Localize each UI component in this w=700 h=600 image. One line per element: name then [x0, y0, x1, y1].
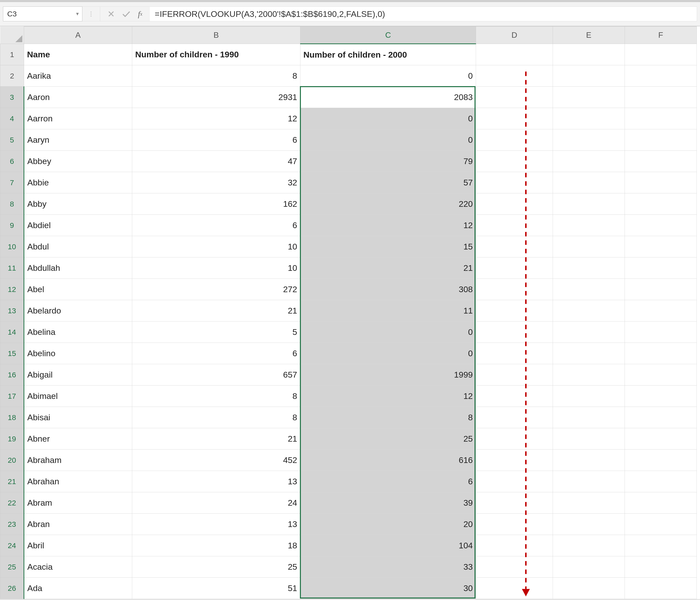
col-header-C[interactable]: C [300, 27, 476, 44]
cell-A5[interactable]: Aaryn [24, 129, 132, 151]
cell-D19[interactable] [476, 428, 553, 450]
cell-B10[interactable]: 10 [132, 236, 300, 258]
cell-F10[interactable] [625, 236, 697, 258]
cell-E6[interactable] [553, 151, 625, 172]
cell-C24[interactable]: 104 [300, 535, 476, 556]
cell-C13[interactable]: 11 [300, 300, 476, 321]
cell-C9[interactable]: 12 [300, 215, 476, 236]
cell-E19[interactable] [553, 428, 625, 450]
cell-C23[interactable]: 20 [300, 513, 476, 535]
cell-B26[interactable]: 51 [132, 578, 300, 599]
cell-A3[interactable]: Aaron [24, 87, 132, 108]
cell-B21[interactable]: 13 [132, 471, 300, 492]
row-header-4[interactable]: 4 [0, 108, 24, 129]
cell-E5[interactable] [553, 129, 625, 151]
cell-C14[interactable]: 0 [300, 321, 476, 343]
cell-B24[interactable]: 18 [132, 535, 300, 556]
cell-D6[interactable] [476, 151, 553, 172]
row-header-24[interactable]: 24 [0, 535, 24, 556]
cell-F8[interactable] [625, 193, 697, 215]
cell-A15[interactable]: Abelino [24, 343, 132, 364]
cell-B20[interactable]: 452 [132, 450, 300, 471]
cell-C16[interactable]: 1999 [300, 364, 476, 385]
cell-F16[interactable] [625, 364, 697, 385]
cell-E9[interactable] [553, 215, 625, 236]
cell-B4[interactable]: 12 [132, 108, 300, 129]
spreadsheet-grid[interactable]: ABCDEF 1NameNumber of children - 1990Num… [0, 26, 700, 599]
cell-B11[interactable]: 10 [132, 258, 300, 279]
col-header-B[interactable]: B [132, 27, 300, 44]
cell-E8[interactable] [553, 193, 625, 215]
cell-E24[interactable] [553, 535, 625, 556]
col-header-E[interactable]: E [553, 27, 625, 44]
cell-C8[interactable]: 220 [300, 193, 476, 215]
row-header-11[interactable]: 11 [0, 258, 24, 279]
cell-E25[interactable] [553, 556, 625, 578]
name-box[interactable]: C3 ▼ [3, 6, 82, 21]
cell-A25[interactable]: Acacia [24, 556, 132, 578]
cell-D7[interactable] [476, 172, 553, 193]
fx-icon[interactable]: fx [138, 9, 142, 19]
row-header-18[interactable]: 18 [0, 407, 24, 428]
cell-A23[interactable]: Abran [24, 513, 132, 535]
row-header-25[interactable]: 25 [0, 556, 24, 578]
cell-E1[interactable] [553, 44, 625, 65]
cell-F4[interactable] [625, 108, 697, 129]
cell-A18[interactable]: Abisai [24, 407, 132, 428]
cell-D2[interactable] [476, 65, 553, 87]
cell-B7[interactable]: 32 [132, 172, 300, 193]
cell-C5[interactable]: 0 [300, 129, 476, 151]
cell-C12[interactable]: 308 [300, 279, 476, 300]
cell-D3[interactable] [476, 87, 553, 108]
cell-F22[interactable] [625, 492, 697, 513]
cell-F3[interactable] [625, 87, 697, 108]
cell-D26[interactable] [476, 578, 553, 599]
cell-D21[interactable] [476, 471, 553, 492]
row-header-14[interactable]: 14 [0, 321, 24, 343]
cell-C21[interactable]: 6 [300, 471, 476, 492]
cell-D20[interactable] [476, 450, 553, 471]
cell-B2[interactable]: 8 [132, 65, 300, 87]
name-box-dropdown-icon[interactable]: ▼ [75, 11, 80, 17]
row-header-21[interactable]: 21 [0, 471, 24, 492]
cell-E15[interactable] [553, 343, 625, 364]
row-header-13[interactable]: 13 [0, 300, 24, 321]
row-header-23[interactable]: 23 [0, 513, 24, 535]
cell-C20[interactable]: 616 [300, 450, 476, 471]
cell-E18[interactable] [553, 407, 625, 428]
cell-C18[interactable]: 8 [300, 407, 476, 428]
cell-A16[interactable]: Abigail [24, 364, 132, 385]
cell-A20[interactable]: Abraham [24, 450, 132, 471]
cell-B22[interactable]: 24 [132, 492, 300, 513]
formula-input[interactable]: =IFERROR(VLOOKUP(A3,'2000'!$A$1:$B$6190,… [150, 6, 697, 21]
cell-D11[interactable] [476, 258, 553, 279]
cell-C15[interactable]: 0 [300, 343, 476, 364]
cell-B5[interactable]: 6 [132, 129, 300, 151]
cell-B12[interactable]: 272 [132, 279, 300, 300]
cell-D17[interactable] [476, 385, 553, 407]
cell-A8[interactable]: Abby [24, 193, 132, 215]
row-header-6[interactable]: 6 [0, 151, 24, 172]
cell-D13[interactable] [476, 300, 553, 321]
cell-F6[interactable] [625, 151, 697, 172]
cell-C6[interactable]: 79 [300, 151, 476, 172]
enter-icon[interactable] [122, 10, 130, 17]
cell-B6[interactable]: 47 [132, 151, 300, 172]
col-header-F[interactable]: F [625, 27, 697, 44]
cell-F24[interactable] [625, 535, 697, 556]
cell-C17[interactable]: 12 [300, 385, 476, 407]
cell-B13[interactable]: 21 [132, 300, 300, 321]
cell-F26[interactable] [625, 578, 697, 599]
cell-A22[interactable]: Abram [24, 492, 132, 513]
cell-F13[interactable] [625, 300, 697, 321]
row-header-20[interactable]: 20 [0, 450, 24, 471]
cell-F15[interactable] [625, 343, 697, 364]
cell-F9[interactable] [625, 215, 697, 236]
row-header-5[interactable]: 5 [0, 129, 24, 151]
row-header-7[interactable]: 7 [0, 172, 24, 193]
cell-E4[interactable] [553, 108, 625, 129]
cell-E10[interactable] [553, 236, 625, 258]
cell-D5[interactable] [476, 129, 553, 151]
cell-E13[interactable] [553, 300, 625, 321]
cell-D10[interactable] [476, 236, 553, 258]
